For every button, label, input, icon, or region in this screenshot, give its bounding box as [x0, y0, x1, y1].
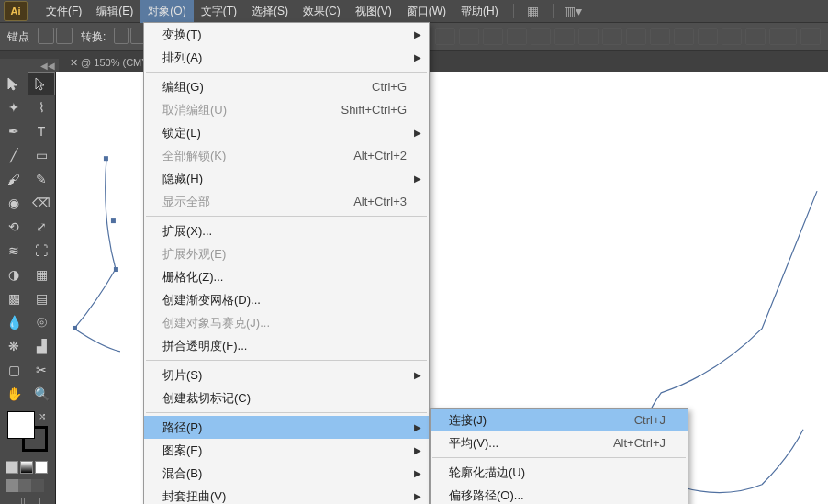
document-tab[interactable]: ✕ @ 150% (CMY: [64, 57, 154, 69]
pen-tool-icon[interactable]: ✒: [0, 119, 28, 143]
mesh-tool-icon[interactable]: ▩: [0, 286, 28, 310]
menu-slice[interactable]: 切片(S)▶: [144, 364, 429, 386]
menu-unlock-all: 全部解锁(K)Alt+Ctrl+2: [144, 144, 429, 167]
align-icon[interactable]: [800, 28, 821, 45]
align-icon[interactable]: [459, 28, 479, 45]
menu-expand[interactable]: 扩展(X)...: [144, 219, 429, 242]
align-icon[interactable]: [578, 28, 599, 45]
hand-tool-icon[interactable]: ✋: [0, 382, 28, 406]
menu-help[interactable]: 帮助(H): [453, 0, 506, 23]
paintbrush-tool-icon[interactable]: 🖌: [0, 167, 28, 191]
align-icon[interactable]: [745, 28, 766, 45]
align-icon[interactable]: [650, 28, 670, 45]
color-mode-icons[interactable]: [0, 457, 55, 477]
anchor-label: 锚点: [7, 29, 29, 45]
submenu-arrow-icon: ▶: [414, 174, 421, 184]
menu-separator: [146, 72, 427, 73]
zoom-tool-icon[interactable]: 🔍: [28, 382, 55, 406]
menu-separator: [146, 360, 427, 361]
align-icon[interactable]: [507, 28, 527, 45]
scale-tool-icon[interactable]: ⤢: [28, 215, 55, 239]
submenu-average[interactable]: 平均(V)...Alt+Ctrl+J: [431, 431, 688, 454]
align-icon[interactable]: [435, 28, 455, 45]
align-icon[interactable]: [602, 28, 622, 45]
fill-swatch[interactable]: [7, 411, 35, 439]
perspective-grid-tool-icon[interactable]: ▦: [28, 263, 55, 286]
convert-icons[interactable]: [113, 28, 146, 47]
menu-object[interactable]: 对象(O): [140, 0, 193, 23]
graph-tool-icon[interactable]: ▟: [28, 334, 55, 358]
menu-ungroup: 取消编组(U)Shift+Ctrl+G: [144, 98, 429, 121]
object-menu-dropdown: 变换(T)▶ 排列(A)▶ 编组(G)Ctrl+G 取消编组(U)Shift+C…: [143, 22, 430, 504]
menu-type[interactable]: 文字(T): [194, 0, 244, 23]
menu-rasterize[interactable]: 栅格化(Z)...: [144, 265, 429, 288]
align-icon[interactable]: [698, 28, 718, 45]
submenu-join[interactable]: 连接(J)Ctrl+J: [431, 409, 688, 431]
menu-blend[interactable]: 混合(B)▶: [144, 462, 429, 485]
fill-stroke-swatch[interactable]: ⤭: [0, 406, 55, 457]
menu-path[interactable]: 路径(P)▶: [144, 416, 429, 439]
menu-flatten[interactable]: 拼合透明度(F)...: [144, 334, 429, 357]
artboard-tool-icon[interactable]: ▢: [0, 358, 28, 382]
doc-close[interactable]: ✕: [70, 57, 78, 68]
eyedropper-tool-icon[interactable]: 💧: [0, 310, 28, 334]
eraser-tool-icon[interactable]: ⌫: [28, 191, 55, 215]
selection-tool-icon[interactable]: [0, 72, 28, 95]
shape-builder-tool-icon[interactable]: ◑: [0, 263, 28, 286]
screen-mode-icons[interactable]: [0, 494, 55, 504]
line-tool-icon[interactable]: ╱: [0, 143, 28, 167]
draw-mode-icons[interactable]: [0, 477, 55, 494]
submenu-offset-path[interactable]: 偏移路径(O)...: [431, 484, 688, 504]
type-tool-icon[interactable]: T: [28, 119, 55, 143]
magic-wand-tool-icon[interactable]: ✦: [0, 95, 28, 119]
align-icon[interactable]: [531, 28, 551, 45]
submenu-arrow-icon: ▶: [414, 445, 421, 455]
menu-arrange[interactable]: 排列(A)▶: [144, 46, 429, 69]
align-icon[interactable]: [626, 28, 646, 45]
menu-separator: [146, 412, 427, 413]
symbol-sprayer-tool-icon[interactable]: ❋: [0, 334, 28, 358]
align-icon[interactable]: [554, 28, 575, 45]
bridge-icon[interactable]: ▦: [525, 3, 542, 19]
align-icon[interactable]: [674, 28, 694, 45]
rotate-tool-icon[interactable]: ⟲: [0, 215, 28, 239]
rectangle-tool-icon[interactable]: ▭: [28, 143, 55, 167]
menu-gradient-mesh[interactable]: 创建渐变网格(D)...: [144, 288, 429, 311]
svg-rect-2: [114, 267, 118, 272]
toolbox: ✦ ⌇ ✒ T ╱ ▭ 🖌 ✎ ◉ ⌫ ⟲ ⤢ ≋ ⛶ ◑ ▦ ▩ ▤ 💧 ⦾ …: [0, 72, 56, 504]
menu-select[interactable]: 选择(S): [244, 0, 296, 23]
shortcut-label: Ctrl+G: [372, 80, 407, 94]
align-icon[interactable]: [483, 28, 503, 45]
menu-effect[interactable]: 效果(C): [296, 0, 348, 23]
menu-group[interactable]: 编组(G)Ctrl+G: [144, 75, 429, 98]
direct-selection-tool-icon[interactable]: [28, 72, 55, 95]
align-icon[interactable]: [722, 28, 742, 45]
width-tool-icon[interactable]: ≋: [0, 239, 28, 263]
arrange-docs-icon[interactable]: ▥▾: [565, 3, 581, 19]
shortcut-label: Alt+Ctrl+J: [613, 436, 666, 450]
lasso-tool-icon[interactable]: ⌇: [28, 95, 55, 119]
menu-envelope[interactable]: 封套扭曲(V)▶: [144, 485, 429, 504]
menu-lock[interactable]: 锁定(L)▶: [144, 121, 429, 144]
align-icons[interactable]: [435, 28, 821, 45]
gradient-tool-icon[interactable]: ▤: [28, 286, 55, 310]
menu-show-all: 显示全部Alt+Ctrl+3: [144, 190, 429, 213]
free-transform-tool-icon[interactable]: ⛶: [28, 239, 55, 263]
blend-tool-icon[interactable]: ⦾: [28, 310, 55, 334]
menu-view[interactable]: 视图(V): [348, 0, 399, 23]
menu-file[interactable]: 文件(F): [39, 0, 89, 23]
pencil-tool-icon[interactable]: ✎: [28, 167, 55, 191]
menu-edit[interactable]: 编辑(E): [89, 0, 140, 23]
blob-brush-tool-icon[interactable]: ◉: [0, 191, 28, 215]
align-icon[interactable]: [769, 28, 797, 45]
anchor-icons[interactable]: [37, 28, 73, 47]
menu-hide[interactable]: 隐藏(H)▶: [144, 167, 429, 190]
menu-pattern[interactable]: 图案(E)▶: [144, 439, 429, 462]
toolbox-collapse[interactable]: ◀◀: [0, 59, 59, 72]
menu-trim-marks[interactable]: 创建裁切标记(C): [144, 386, 429, 409]
menu-transform[interactable]: 变换(T)▶: [144, 23, 429, 46]
submenu-outline-stroke[interactable]: 轮廓化描边(U): [431, 461, 688, 484]
slice-tool-icon[interactable]: ✂: [28, 358, 55, 382]
menu-window[interactable]: 窗口(W): [399, 0, 453, 23]
swap-fill-stroke-icon[interactable]: ⤭: [39, 411, 46, 421]
